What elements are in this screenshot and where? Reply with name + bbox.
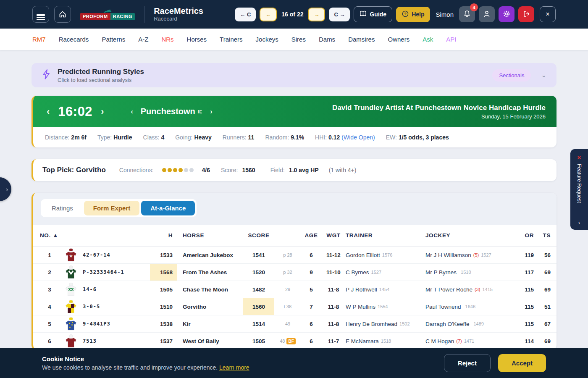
nav-item-jockeys[interactable]: Jockeys bbox=[256, 36, 278, 43]
app-brand: RaceMetrics Racecard bbox=[154, 6, 203, 22]
horse-name[interactable]: From The Ashes bbox=[177, 264, 243, 281]
jockey-name: Darragh O'Keeffe bbox=[425, 321, 469, 327]
course-name: PunchestownIE bbox=[141, 107, 202, 116]
proform-racing-logo[interactable]: PROFORM RACING bbox=[80, 9, 135, 20]
jockey-cell[interactable]: C M Hogan (7) 1471 bbox=[425, 333, 514, 349]
nav-item-ask[interactable]: Ask bbox=[423, 36, 433, 43]
silks-icon bbox=[59, 333, 83, 349]
table-row[interactable]: 1 ★ 42-67-14 1533 American Jukebox 1541 … bbox=[33, 247, 556, 264]
next-time-arrow[interactable]: › bbox=[98, 107, 106, 117]
learn-more-link[interactable]: Learn more bbox=[219, 364, 249, 371]
connection-dot bbox=[189, 168, 194, 172]
settings-button[interactable] bbox=[499, 6, 514, 22]
nav-item-horses[interactable]: Horses bbox=[187, 36, 207, 43]
horse-name[interactable]: West Of Bally bbox=[177, 333, 243, 349]
trainer-cell[interactable]: E McNamara 1518 bbox=[346, 333, 425, 349]
nav-item-racecards[interactable]: Racecards bbox=[59, 36, 89, 43]
race-detail: HHI:0.12(Wide Open) bbox=[315, 134, 375, 141]
nav-item-sires[interactable]: Sires bbox=[291, 36, 306, 43]
prev-course-arrow[interactable]: ‹ bbox=[128, 108, 135, 116]
jockey-name: Mr T Power Roche bbox=[425, 286, 472, 293]
next-course-arrow[interactable]: › bbox=[207, 108, 215, 116]
col-header-h[interactable]: H bbox=[150, 225, 177, 246]
nav-item-api[interactable]: API bbox=[446, 36, 456, 43]
silks-icon bbox=[59, 315, 83, 332]
tab-at-a-glance[interactable]: At-a-Glance bbox=[141, 201, 195, 215]
runner-number: 6 bbox=[40, 333, 59, 349]
predicted-running-styles-banner[interactable]: Predicted Running Styles Click to load s… bbox=[32, 63, 556, 87]
nav-item-nrs[interactable]: NRs bbox=[161, 36, 173, 43]
table-row[interactable]: 2 P-32333464-1 1568 From The Ashes 1520 … bbox=[33, 264, 556, 281]
nav-item-rm7[interactable]: RM7 bbox=[32, 36, 46, 43]
question-icon: ? bbox=[402, 10, 409, 18]
logout-button[interactable] bbox=[518, 6, 534, 22]
trainer-cell[interactable]: W P Mullins 1554 bbox=[346, 298, 425, 315]
connections-label: Connections: bbox=[119, 167, 154, 173]
hamburger-menu-button[interactable] bbox=[32, 6, 49, 23]
tab-ratings[interactable]: Ratings bbox=[42, 201, 82, 215]
sectionals-pill[interactable]: Sectionals bbox=[492, 69, 531, 81]
guide-button[interactable]: Guide bbox=[354, 6, 392, 22]
chevron-down-icon[interactable]: ⌄ bbox=[541, 71, 546, 79]
table-row[interactable]: 5 9-4841P3 1538 Kir 1514 49 6 11-8 Henry… bbox=[33, 315, 556, 333]
accept-cookies-button[interactable]: Accept bbox=[498, 354, 546, 372]
prev-time-arrow[interactable]: ‹ bbox=[44, 107, 52, 117]
h-rating: 1505 bbox=[150, 281, 177, 298]
trainer-cell[interactable]: Henry De Bromhead 1502 bbox=[346, 315, 425, 332]
tab-group: RatingsForm ExpertAt-a-Glance bbox=[41, 199, 197, 217]
trainer-name: Gordon Elliott bbox=[346, 252, 380, 258]
svg-text:?: ? bbox=[404, 12, 407, 16]
col-header-no-[interactable]: NO. ▲ bbox=[40, 225, 59, 246]
col-header-trainer[interactable]: TRAINER bbox=[346, 225, 425, 246]
col-header-ts[interactable]: TS bbox=[534, 225, 551, 246]
form-figures: 42-67-14 bbox=[83, 247, 150, 263]
official-rating: 115 bbox=[514, 298, 534, 315]
close-window-button[interactable]: × bbox=[540, 6, 556, 22]
top-pick-title: Top Pick: Gorvitho bbox=[42, 166, 106, 174]
horse-name[interactable]: Gorvitho bbox=[177, 298, 243, 315]
col-header-wgt[interactable]: WGT bbox=[321, 225, 346, 246]
prev-race-button[interactable]: ← bbox=[260, 8, 277, 21]
trainer-cell[interactable]: Gordon Elliott 1576 bbox=[346, 247, 425, 263]
col-header-score[interactable]: SCORE bbox=[243, 225, 274, 246]
jockey-cell[interactable]: Mr T Power Roche (3) 1415 bbox=[425, 281, 514, 298]
trainer-cell[interactable]: C Byrnes 1527 bbox=[346, 264, 425, 281]
jockey-cell[interactable]: Mr P Byrnes 1510 bbox=[425, 264, 514, 281]
col-header-jockey[interactable]: JOCKEY bbox=[425, 225, 514, 246]
notifications-button[interactable]: 4 bbox=[459, 6, 475, 22]
field-value: 1.0 avg HP bbox=[289, 167, 319, 173]
feature-request-tab[interactable]: × Feature Request ‹ bbox=[570, 149, 588, 230]
nav-item-trainers[interactable]: Trainers bbox=[220, 36, 242, 43]
tab-form-expert[interactable]: Form Expert bbox=[84, 201, 139, 215]
nav-item-dams[interactable]: Dams bbox=[319, 36, 335, 43]
nav-item-damsires[interactable]: Damsires bbox=[348, 36, 375, 43]
col-header-age[interactable]: AGE bbox=[301, 225, 321, 246]
nav-item-owners[interactable]: Owners bbox=[388, 36, 410, 43]
jockey-claim: (5) bbox=[473, 252, 479, 257]
reject-cookies-button[interactable]: Reject bbox=[444, 354, 491, 372]
table-row[interactable]: 6 7513 1537 West Of Bally 1505 48 BF 6 1… bbox=[33, 333, 556, 350]
profile-button[interactable] bbox=[479, 6, 495, 22]
h-rating: 1537 bbox=[150, 333, 177, 349]
nav-item-a-z[interactable]: A-Z bbox=[138, 36, 148, 43]
table-row[interactable]: 4 3-0-5 1510 Gorvitho 1560 t 38 7 11-8 W… bbox=[33, 298, 556, 315]
next-race-button[interactable]: → bbox=[308, 8, 325, 21]
hamburger-icon bbox=[37, 14, 45, 15]
help-button[interactable]: ? Help bbox=[396, 7, 430, 22]
col-header-or[interactable]: OR bbox=[514, 225, 534, 246]
horse-name[interactable]: Chase The Moon bbox=[177, 281, 243, 298]
trainer-cell[interactable]: P J Rothwell 1454 bbox=[346, 281, 425, 298]
col-header-horse[interactable]: HORSE bbox=[177, 225, 243, 246]
prev-course-button[interactable]: ← C bbox=[235, 8, 256, 21]
next-course-button[interactable]: C → bbox=[329, 8, 350, 21]
jockey-cell[interactable]: Mr J H Williamson (5) 1527 bbox=[425, 247, 514, 263]
trainer-rating: 1527 bbox=[371, 270, 381, 275]
nav-item-patterns[interactable]: Patterns bbox=[102, 36, 125, 43]
home-button[interactable] bbox=[54, 6, 71, 23]
jockey-cell[interactable]: Darragh O'Keeffe 1489 bbox=[425, 315, 514, 332]
horse-name[interactable]: American Jukebox bbox=[177, 247, 243, 263]
table-row[interactable]: 3 14-6 1505 Chase The Moon 1482 29 5 11-… bbox=[33, 281, 556, 298]
jockey-cell[interactable]: Paul Townend 1646 bbox=[425, 298, 514, 315]
horse-name[interactable]: Kir bbox=[177, 315, 243, 332]
feature-request-close-icon[interactable]: × bbox=[575, 153, 584, 161]
